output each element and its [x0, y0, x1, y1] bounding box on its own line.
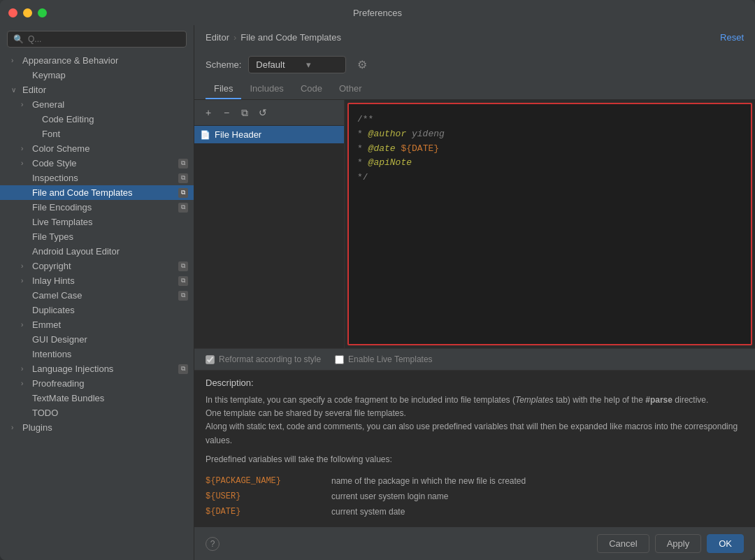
var-desc-user: current user system login name [331, 491, 448, 501]
var-desc-package: name of the package in which the new fil… [331, 476, 526, 486]
arrow-icon: › [21, 277, 29, 285]
sidebar-item-label: Color Scheme [32, 143, 89, 154]
var-row-user: ${USER} current user system login name [206, 489, 744, 504]
sidebar-item-plugins[interactable]: › Plugins [0, 420, 194, 435]
template-area: + − ⧉ ↺ 📄 File Header /** [194, 100, 755, 348]
sidebar-item-label: TextMate Bundles [32, 393, 104, 403]
sidebar-item-android-layout-editor[interactable]: Android Layout Editor [0, 244, 194, 259]
live-templates-checkbox[interactable] [335, 355, 344, 364]
tab-other[interactable]: Other [331, 79, 371, 99]
minimize-button[interactable] [23, 8, 32, 17]
var-name-package: ${PACKAGE_NAME} [206, 476, 317, 486]
checkboxes-row: Reformat according to style Enable Live … [194, 349, 755, 371]
sidebar-item-live-templates[interactable]: Live Templates [0, 215, 194, 229]
template-item-label: File Header [215, 129, 261, 140]
code-annotation-date: @date [368, 143, 396, 154]
cancel-button[interactable]: Cancel [597, 534, 649, 553]
sidebar-item-label: General [32, 99, 64, 110]
search-box[interactable]: 🔍 [7, 31, 187, 48]
sidebar-item-proofreading[interactable]: › Proofreading [0, 376, 194, 391]
add-template-button[interactable]: + [200, 104, 217, 121]
sidebar-item-file-encodings[interactable]: File Encodings ⧉ [0, 200, 194, 215]
tab-includes[interactable]: Includes [241, 79, 292, 99]
ok-button[interactable]: OK [707, 534, 744, 553]
sidebar-item-file-types[interactable]: File Types [0, 229, 194, 244]
copy-badge: ⧉ [178, 364, 188, 374]
sidebar-item-emmet[interactable]: › Emmet [0, 317, 194, 332]
arrow-icon: › [11, 57, 20, 64]
sidebar-tree: › Appearance & Behavior Keymap ∨ Editor … [0, 53, 194, 560]
sidebar-item-inlay-hints[interactable]: › Inlay Hints ⧉ [0, 273, 194, 288]
copy-badge: ⧉ [178, 261, 188, 271]
sidebar-item-inspections[interactable]: Inspections ⧉ [0, 171, 194, 185]
copy-template-button[interactable]: ⧉ [236, 104, 253, 121]
arrow-icon: › [21, 321, 29, 329]
maximize-button[interactable] [38, 8, 47, 17]
sidebar-item-label: GUI Designer [32, 334, 87, 345]
code-editor[interactable]: /** * @author yideng * @date ${DATE} * @… [347, 103, 752, 345]
copy-badge: ⧉ [178, 173, 188, 183]
code-annotation-apinote: @apiNote [368, 157, 412, 168]
sidebar-item-language-injections[interactable]: › Language Injections ⧉ [0, 361, 194, 376]
scheme-dropdown[interactable]: Default ▾ [248, 56, 346, 73]
sidebar-item-intentions[interactable]: Intentions [0, 347, 194, 361]
sidebar-item-label: Keymap [32, 70, 66, 80]
sidebar-item-label: Code Editing [42, 114, 94, 124]
copy-badge: ⧉ [178, 188, 188, 198]
sidebar-item-keymap[interactable]: Keymap [0, 68, 194, 82]
sidebar-item-textmate-bundles[interactable]: TextMate Bundles [0, 391, 194, 405]
tab-code[interactable]: Code [292, 79, 331, 99]
arrow-icon: › [11, 424, 20, 431]
live-templates-checkbox-label[interactable]: Enable Live Templates [335, 354, 433, 364]
sidebar-item-editor[interactable]: ∨ Editor [0, 82, 194, 97]
reset-template-button[interactable]: ↺ [254, 104, 271, 121]
arrow-icon: › [21, 262, 29, 270]
sidebar-item-font[interactable]: Font [0, 127, 194, 141]
description-area: Description: In this template, you can s… [194, 371, 755, 526]
gear-button[interactable]: ⚙ [353, 55, 371, 73]
help-button[interactable]: ? [206, 537, 220, 551]
dialog-footer: ? Cancel Apply OK [194, 526, 755, 560]
sidebar-item-appearance[interactable]: › Appearance & Behavior [0, 53, 194, 68]
code-line-4: * @apiNote [357, 156, 742, 171]
chevron-down-icon: ▾ [306, 59, 311, 70]
template-item-file-header[interactable]: 📄 File Header [194, 126, 344, 143]
copy-badge: ⧉ [178, 276, 188, 286]
tab-files[interactable]: Files [206, 79, 241, 99]
sidebar-item-color-scheme[interactable]: › Color Scheme [0, 141, 194, 156]
sidebar-item-general[interactable]: › General [0, 97, 194, 112]
sidebar-item-camel-case[interactable]: Camel Case ⧉ [0, 288, 194, 303]
sidebar-item-label: File Types [32, 231, 73, 242]
remove-template-button[interactable]: − [218, 104, 235, 121]
reformat-checkbox-label[interactable]: Reformat according to style [206, 354, 321, 364]
sidebar: 🔍 › Appearance & Behavior Keymap ∨ Edito… [0, 25, 194, 560]
sidebar-item-label: Emmet [32, 320, 61, 330]
sidebar-item-gui-designer[interactable]: GUI Designer [0, 332, 194, 347]
sidebar-item-copyright[interactable]: › Copyright ⧉ [0, 259, 194, 273]
sidebar-item-label: Intentions [32, 349, 71, 359]
right-panel: Editor › File and Code Templates Reset S… [194, 25, 755, 560]
breadcrumb-separator: › [233, 32, 236, 43]
sidebar-item-label: File and Code Templates [32, 187, 133, 198]
reformat-checkbox[interactable] [206, 355, 215, 364]
apply-button[interactable]: Apply [655, 534, 702, 553]
code-line-1: /** [357, 113, 742, 127]
code-line-5: */ [357, 171, 742, 185]
var-desc-date: current system date [331, 507, 405, 517]
var-name-date: ${DATE} [206, 507, 317, 517]
sidebar-item-file-code-templates[interactable]: File and Code Templates ⧉ [0, 185, 194, 200]
sidebar-item-label: Proofreading [32, 378, 84, 389]
sidebar-item-code-editing[interactable]: Code Editing [0, 112, 194, 127]
arrow-icon: › [21, 145, 29, 152]
close-button[interactable] [8, 8, 17, 17]
sidebar-item-code-style[interactable]: › Code Style ⧉ [0, 156, 194, 171]
reset-button[interactable]: Reset [720, 32, 744, 43]
scheme-label: Scheme: [206, 59, 241, 70]
sidebar-item-label: Copyright [32, 261, 71, 271]
description-text: In this template, you can specify a code… [206, 394, 744, 447]
search-input[interactable] [28, 34, 180, 44]
sidebar-item-duplicates[interactable]: Duplicates [0, 303, 194, 317]
reformat-label: Reformat according to style [219, 354, 321, 364]
var-row-package: ${PACKAGE_NAME} name of the package in w… [206, 473, 744, 489]
sidebar-item-todo[interactable]: TODO [0, 405, 194, 420]
